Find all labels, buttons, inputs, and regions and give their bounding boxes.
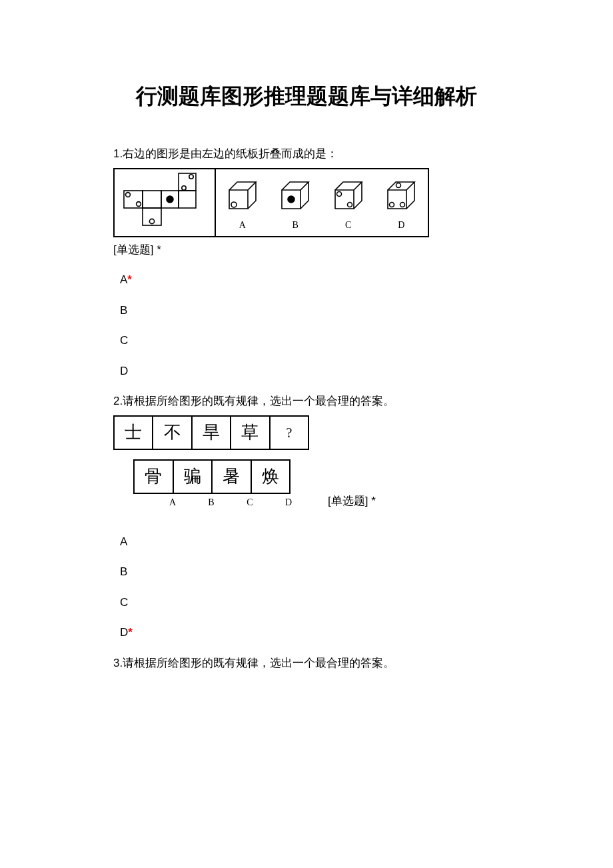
- grid-cell: 不: [153, 417, 192, 449]
- option-label: C: [120, 334, 128, 347]
- svg-point-13: [288, 196, 295, 203]
- option-label: A: [120, 535, 127, 548]
- grid-cell: 骗: [174, 461, 213, 493]
- grid-cell: 骨: [135, 461, 174, 493]
- svg-rect-9: [179, 191, 196, 208]
- char-row-2: 骨 骗 暑 焕: [133, 459, 291, 494]
- answer-label: D: [269, 495, 308, 509]
- svg-point-17: [390, 202, 394, 207]
- option-label: D: [120, 626, 128, 639]
- question-text: 3.请根据所给图形的既有规律，选出一个最合理的答案。: [113, 655, 500, 672]
- option-label: C: [120, 596, 128, 609]
- svg-rect-10: [143, 208, 161, 225]
- answer-label: A: [153, 495, 192, 509]
- grid-cell: 焕: [252, 461, 290, 493]
- question-3: 3.请根据所给图形的既有规律，选出一个最合理的答案。: [113, 655, 500, 672]
- question-1-figure: A B: [113, 168, 429, 237]
- question-text: 1.右边的图形是由左边的纸板折叠而成的是：: [113, 145, 500, 163]
- svg-point-15: [347, 202, 352, 207]
- cube-net-icon: [115, 169, 216, 236]
- question-type-tag: [单选题] *: [328, 493, 376, 510]
- cube-icon: [382, 178, 420, 215]
- correct-star-icon: *: [128, 626, 133, 639]
- svg-point-11: [149, 219, 154, 223]
- grid-cell: 草: [231, 417, 270, 449]
- question-text: 2.请根据所给图形的既有规律，选出一个最合理的答案。: [113, 393, 500, 410]
- char-row-1: 士 不 旱 草 ?: [113, 415, 309, 450]
- question-1: 1.右边的图形是由左边的纸板折叠而成的是：: [113, 145, 500, 379]
- option-a[interactable]: A: [120, 533, 500, 551]
- answer-label: B: [192, 495, 231, 509]
- svg-point-16: [396, 183, 401, 187]
- svg-point-4: [126, 192, 131, 197]
- option-c[interactable]: C: [120, 332, 500, 349]
- grid-cell-question: ?: [271, 417, 308, 449]
- option-label: A: [120, 273, 127, 286]
- grid-cell: 暑: [213, 461, 252, 493]
- svg-point-18: [400, 202, 405, 207]
- option-d[interactable]: D: [120, 363, 500, 380]
- svg-point-1: [182, 185, 186, 189]
- svg-rect-6: [143, 191, 161, 208]
- svg-point-2: [189, 174, 193, 178]
- cube-icon: [224, 178, 261, 215]
- option-d[interactable]: D*: [120, 624, 500, 641]
- page-title: 行测题库图形推理题题库与详细解析: [113, 80, 500, 112]
- cube-icon: [330, 178, 367, 215]
- svg-point-12: [231, 202, 237, 207]
- question-2: 2.请根据所给图形的既有规律，选出一个最合理的答案。 士 不 旱 草 ? 骨 骗…: [113, 393, 500, 641]
- option-a[interactable]: A*: [120, 271, 500, 289]
- grid-cell: 旱: [193, 417, 231, 449]
- answer-labels: A B C D: [153, 495, 308, 509]
- grid-cell: 士: [115, 417, 153, 449]
- answer-label: C: [231, 495, 269, 509]
- option-b[interactable]: B: [120, 302, 500, 319]
- answer-cube-d: D: [382, 178, 420, 232]
- question-2-figure: 士 不 旱 草 ? 骨 骗 暑 焕 A B C D: [113, 415, 500, 509]
- option-label: B: [120, 565, 127, 578]
- option-label: B: [120, 304, 127, 317]
- svg-point-8: [167, 196, 173, 203]
- option-b[interactable]: B: [120, 563, 500, 581]
- option-c[interactable]: C: [120, 594, 500, 611]
- svg-point-14: [336, 191, 341, 196]
- answer-cube-b: B: [277, 178, 314, 232]
- svg-point-5: [137, 201, 141, 206]
- answer-cube-a: A: [224, 178, 261, 232]
- cube-icon: [277, 178, 314, 215]
- question-type-tag: [单选题] *: [113, 241, 500, 259]
- answer-cube-c: C: [330, 178, 367, 232]
- option-label: D: [120, 365, 128, 377]
- correct-star-icon: *: [127, 273, 132, 286]
